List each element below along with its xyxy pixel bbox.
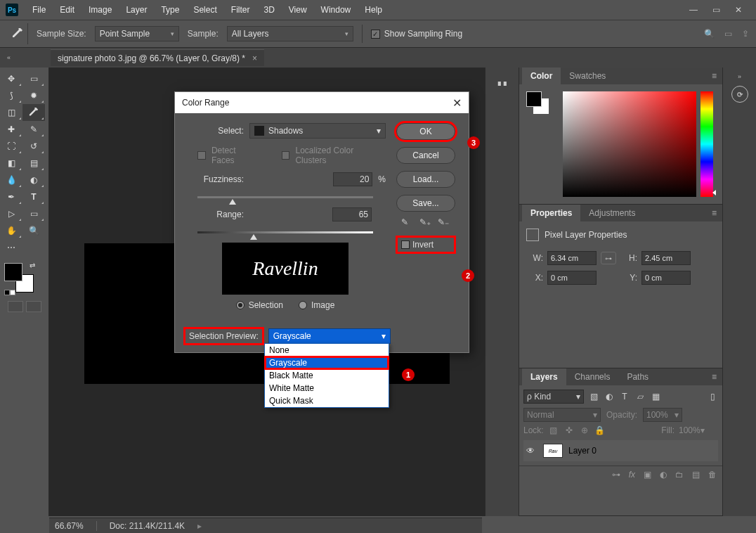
lock-artboard-icon[interactable]: ⊕ [579, 425, 590, 436]
layer-name[interactable]: Layer 0 [568, 446, 597, 456]
panel-menu-icon[interactable]: ≡ [706, 208, 722, 218]
radio-image[interactable]: Image [299, 300, 334, 310]
tab-layers[interactable]: Layers [522, 368, 566, 385]
tab-color[interactable]: Color [522, 68, 561, 84]
save-button[interactable]: Save... [396, 195, 455, 212]
range-slider[interactable] [197, 229, 373, 237]
menu-type[interactable]: Type [154, 0, 186, 20]
tool-dodge[interactable]: ◐ [22, 172, 45, 188]
fuzziness-field[interactable]: 20 [333, 172, 372, 186]
lock-all-icon[interactable]: 🔒 [594, 425, 606, 436]
sample-size-select[interactable]: Point Sample▾ [95, 26, 179, 41]
filter-shape-icon[interactable]: ▱ [634, 391, 646, 402]
sample-select[interactable]: All Layers▾ [227, 26, 353, 41]
document-tab[interactable]: signature photo 3.jpg @ 66.7% (Layer 0, … [51, 49, 264, 66]
invert-checkbox[interactable]: Invert [397, 237, 455, 252]
tool-quick-select[interactable]: ✹ [22, 87, 45, 104]
group-icon[interactable]: 🗀 [675, 470, 684, 480]
tool-crop[interactable]: ◫ [0, 104, 22, 121]
height-field[interactable] [641, 251, 691, 265]
tool-heal[interactable]: ✚ [0, 121, 22, 138]
layer-filter-kind[interactable]: ρ Kind▾ [523, 390, 584, 404]
filter-adjust-icon[interactable]: ◐ [604, 391, 615, 402]
option-none[interactable]: None [265, 344, 389, 357]
tool-blur[interactable]: 💧 [0, 172, 22, 188]
menu-file[interactable]: File [25, 0, 53, 20]
opacity-field[interactable]: 100%▾ [643, 408, 682, 422]
tab-channels[interactable]: Channels [566, 368, 619, 385]
panel-menu-icon[interactable]: ≡ [706, 71, 722, 81]
menu-select[interactable]: Select [186, 0, 223, 20]
tool-zoom[interactable]: 🔍 [22, 222, 45, 239]
visibility-toggle-icon[interactable]: 👁 [526, 446, 537, 456]
menu-window[interactable]: Window [314, 0, 358, 20]
share-icon[interactable]: ⇪ [742, 29, 749, 39]
tool-lasso[interactable]: ⟆ [0, 87, 22, 104]
dialog-close-icon[interactable]: ✕ [452, 96, 462, 110]
layer-row-layer0[interactable]: 👁 Rav Layer 0 [523, 440, 718, 461]
fuzziness-slider[interactable] [197, 193, 373, 202]
filter-toggle-icon[interactable]: ▯ [707, 391, 718, 402]
tool-move[interactable]: ✥ [0, 70, 22, 87]
dialog-titlebar[interactable]: Color Range ✕ [175, 92, 469, 113]
hue-slider[interactable] [700, 91, 713, 197]
menu-3d[interactable]: 3D [256, 0, 281, 20]
link-dimensions-icon[interactable]: ⊶ [601, 252, 616, 264]
select-dropdown[interactable]: Shadows ▾ [249, 123, 386, 139]
tool-gradient[interactable]: ▤ [22, 155, 45, 172]
tool-hand[interactable]: ✋ [0, 222, 22, 239]
filter-type-icon[interactable]: T [619, 391, 630, 402]
default-colors-icon[interactable] [4, 290, 15, 295]
doc-size[interactable]: Doc: 211.4K/211.4K [110, 521, 185, 531]
filter-smart-icon[interactable]: ▦ [650, 391, 661, 402]
fx-icon[interactable]: fx [629, 470, 635, 480]
option-white-matte[interactable]: White Matte [265, 382, 389, 394]
menu-help[interactable]: Help [358, 0, 389, 20]
cc-libraries-icon[interactable]: ⟳ [731, 86, 748, 103]
menu-layer[interactable]: Layer [119, 0, 154, 20]
lock-pixels-icon[interactable]: ▧ [548, 425, 559, 436]
color-field[interactable] [563, 91, 696, 197]
filter-pixel-icon[interactable]: ▧ [588, 391, 599, 402]
adjustment-icon[interactable]: ◐ [660, 470, 667, 480]
tab-swatches[interactable]: Swatches [561, 68, 614, 84]
width-field[interactable] [547, 251, 597, 265]
option-black-matte[interactable]: Black Matte [265, 369, 389, 382]
color-fgbg-swatch[interactable] [526, 91, 559, 197]
selection-preview-dropdown[interactable]: Grayscale▾ [268, 328, 391, 344]
fill-field[interactable]: 100%▾ [679, 425, 718, 435]
blend-mode-select[interactable]: Normal▾ [523, 408, 601, 422]
menu-filter[interactable]: Filter [224, 0, 257, 20]
tool-marquee[interactable]: ▭ [22, 70, 45, 87]
tab-adjustments[interactable]: Adjustments [580, 205, 644, 221]
menu-image[interactable]: Image [82, 0, 119, 20]
tool-brush[interactable]: ✎ [22, 121, 45, 138]
eyedropper-add-icon[interactable]: ✎₊ [419, 217, 432, 230]
panel-menu-icon[interactable]: ≡ [706, 372, 722, 382]
search-icon[interactable]: 🔍 [704, 29, 715, 39]
tab-paths[interactable]: Paths [618, 368, 657, 385]
close-icon[interactable]: ✕ [734, 5, 743, 15]
range-field[interactable]: 65 [332, 207, 372, 221]
eyedropper-subtract-icon[interactable]: ✎₋ [438, 217, 450, 230]
menu-edit[interactable]: Edit [53, 0, 82, 20]
delete-layer-icon[interactable]: 🗑 [708, 470, 717, 480]
show-sampling-ring-checkbox[interactable]: Show Sampling Ring [371, 29, 462, 39]
minimize-icon[interactable]: — [689, 5, 698, 15]
tool-pen[interactable]: ✒ [0, 188, 22, 205]
maximize-icon[interactable]: ▭ [711, 5, 721, 15]
y-field[interactable] [641, 271, 691, 285]
tool-history-brush[interactable]: ↺ [22, 138, 45, 155]
menu-view[interactable]: View [282, 0, 314, 20]
zoom-level[interactable]: 66.67% [55, 521, 84, 531]
tool-type[interactable]: T [22, 188, 45, 205]
cancel-button[interactable]: Cancel [396, 147, 455, 164]
tool-edit-toolbar[interactable]: ⋯ [0, 239, 22, 256]
tool-path-select[interactable]: ▷ [0, 205, 22, 222]
tool-eyedropper[interactable] [22, 104, 45, 121]
lock-position-icon[interactable]: ✜ [563, 425, 575, 436]
panel-collapse-left-icon[interactable]: « [1, 54, 52, 61]
option-quick-mask[interactable]: Quick Mask [265, 394, 389, 407]
close-tab-icon[interactable]: × [252, 53, 257, 63]
tool-shape[interactable]: ▭ [22, 205, 45, 222]
